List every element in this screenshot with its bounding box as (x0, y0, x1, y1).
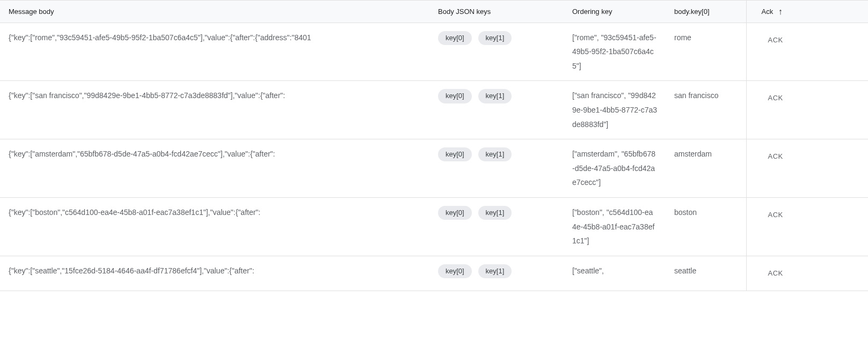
json-key-chip[interactable]: key[1] (478, 147, 512, 161)
cell-body-key0: rome (666, 23, 746, 81)
message-body-text: {"key":["rome","93c59451-afe5-49b5-95f2-… (9, 33, 311, 42)
message-body-text: {"key":["boston","c564d100-ea4e-45b8-a01… (9, 208, 260, 217)
table-row: {"key":["seattle","15fce26d-5184-4646-aa… (0, 256, 868, 291)
json-key-chip[interactable]: key[0] (438, 206, 472, 220)
table-header-row: Message body Body JSON keys Ordering key… (0, 1, 868, 23)
cell-json-keys: key[0] key[1] (429, 197, 564, 256)
cell-ordering-key: ["seattle", (564, 256, 666, 291)
cell-body-key0: boston (666, 197, 746, 256)
cell-json-keys: key[0] key[1] (429, 139, 564, 198)
ack-button[interactable]: ACK (755, 31, 796, 50)
message-body-text: {"key":["amsterdam","65bfb678-d5de-47a5-… (9, 150, 275, 158)
json-key-chip[interactable]: key[0] (438, 147, 472, 161)
cell-ordering-key: ["rome", "93c59451-afe5-49b5-95f2-1ba507… (564, 23, 666, 81)
header-label: body.key[0] (674, 8, 710, 16)
ordering-key-text: ["seattle", (572, 264, 657, 278)
cell-json-keys: key[0] key[1] (429, 81, 564, 139)
table-row: {"key":["amsterdam","65bfb678-d5de-47a5-… (0, 139, 868, 198)
ordering-key-text: ["amsterdam", "65bfb678-d5de-47a5-a0b4-f… (572, 147, 657, 190)
header-ordering-key[interactable]: Ordering key (564, 1, 666, 23)
cell-body-key0: seattle (666, 256, 746, 291)
json-key-chip[interactable]: key[1] (478, 31, 512, 45)
json-key-chip[interactable]: key[0] (438, 89, 472, 103)
header-body-json-keys[interactable]: Body JSON keys (429, 1, 564, 23)
ack-button[interactable]: ACK (755, 88, 796, 108)
header-label: Body JSON keys (438, 8, 491, 16)
cell-message-body: {"key":["amsterdam","65bfb678-d5de-47a5-… (0, 139, 429, 198)
json-key-chip[interactable]: key[0] (438, 31, 472, 45)
body-key0-text: amsterdam (674, 150, 712, 158)
body-key0-text: rome (674, 33, 691, 42)
ack-button[interactable]: ACK (755, 264, 796, 284)
ordering-key-text: ["boston", "c564d100-ea4e-45b8-a01f-eac7… (572, 205, 657, 248)
cell-json-keys: key[0] key[1] (429, 23, 564, 81)
cell-ack: ACK (746, 197, 868, 256)
cell-ack: ACK (746, 139, 868, 198)
table-row: {"key":["rome","93c59451-afe5-49b5-95f2-… (0, 23, 868, 81)
cell-ack: ACK (746, 81, 868, 139)
table-row: {"key":["san francisco","99d8429e-9be1-4… (0, 81, 868, 139)
cell-body-key0: san francisco (666, 81, 746, 139)
ack-button[interactable]: ACK (755, 205, 796, 225)
header-message-body[interactable]: Message body (0, 1, 429, 23)
header-body-key0[interactable]: body.key[0] (666, 1, 746, 23)
json-key-chip[interactable]: key[0] (438, 264, 472, 278)
table-row: {"key":["boston","c564d100-ea4e-45b8-a01… (0, 197, 868, 256)
cell-ordering-key: ["boston", "c564d100-ea4e-45b8-a01f-eac7… (564, 197, 666, 256)
message-body-text: {"key":["seattle","15fce26d-5184-4646-aa… (9, 266, 254, 275)
json-key-chip[interactable]: key[1] (478, 89, 512, 103)
cell-body-key0: amsterdam (666, 139, 746, 198)
ordering-key-text: ["rome", "93c59451-afe5-49b5-95f2-1ba507… (572, 31, 657, 73)
body-key0-text: seattle (674, 266, 696, 275)
json-key-chip[interactable]: key[1] (478, 264, 512, 278)
ordering-key-text: ["san francisco", "99d8429e-9be1-4bb5-87… (572, 88, 657, 131)
cell-message-body: {"key":["boston","c564d100-ea4e-45b8-a01… (0, 197, 429, 256)
cell-ack: ACK (746, 23, 868, 81)
cell-json-keys: key[0] key[1] (429, 256, 564, 291)
message-body-text: {"key":["san francisco","99d8429e-9be1-4… (9, 91, 285, 100)
cell-message-body: {"key":["seattle","15fce26d-5184-4646-aa… (0, 256, 429, 291)
cell-message-body: {"key":["rome","93c59451-afe5-49b5-95f2-… (0, 23, 429, 81)
cell-ordering-key: ["san francisco", "99d8429e-9be1-4bb5-87… (564, 81, 666, 139)
body-key0-text: san francisco (674, 91, 718, 100)
header-label: Ordering key (572, 8, 612, 16)
header-label: Message body (9, 8, 54, 16)
json-key-chip[interactable]: key[1] (478, 206, 512, 220)
messages-table: Message body Body JSON keys Ordering key… (0, 0, 868, 291)
header-label: Ack (762, 8, 774, 16)
cell-ordering-key: ["amsterdam", "65bfb678-d5de-47a5-a0b4-f… (564, 139, 666, 198)
body-key0-text: boston (674, 208, 697, 217)
header-ack[interactable]: Ack ↑ (746, 1, 868, 23)
sort-ascending-icon: ↑ (778, 8, 783, 16)
cell-message-body: {"key":["san francisco","99d8429e-9be1-4… (0, 81, 429, 139)
ack-button[interactable]: ACK (755, 147, 796, 167)
cell-ack: ACK (746, 256, 868, 291)
